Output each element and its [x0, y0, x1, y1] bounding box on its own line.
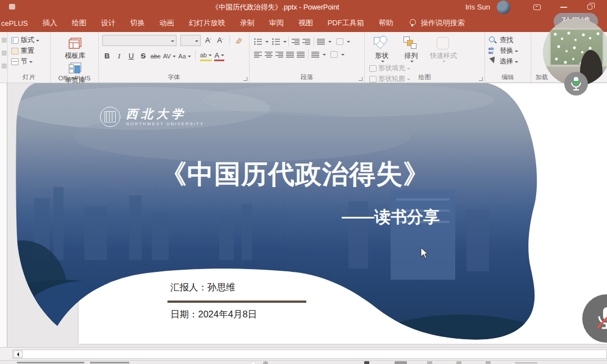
quick-access-icon[interactable] [9, 4, 15, 10]
tab-slideshow[interactable]: 幻灯片放映 [182, 14, 233, 32]
chevron-down-icon [195, 40, 198, 44]
ribbon-display-icon [533, 4, 541, 10]
chevron-down-icon [381, 61, 384, 64]
university-logo[interactable]: 西北大学 NORTHWEST UNIVERSITY [100, 107, 204, 127]
tab-view[interactable]: 视图 [291, 14, 320, 32]
university-name-en: NORTHWEST UNIVERSITY [126, 121, 204, 126]
shrink-font-button[interactable]: Aˇ [215, 35, 225, 46]
powerpoint-window: 《中国历代政治得失》.pptx - PowerPoint Iris Sun ce… [0, 0, 607, 364]
scrollbar-track[interactable] [12, 349, 607, 359]
strikethrough-button[interactable]: S [138, 51, 148, 61]
tab-record[interactable]: 录制 [233, 14, 262, 32]
view-button-fragment [456, 361, 461, 364]
align-left-icon[interactable] [254, 51, 262, 58]
chevron-down-icon [171, 40, 174, 44]
view-button-fragment [364, 361, 369, 364]
ribbon-display-options-button[interactable] [528, 2, 545, 12]
tab-help[interactable]: 帮助 [372, 14, 401, 32]
font-size-combo[interactable] [180, 35, 201, 46]
increase-indent-icon[interactable] [302, 38, 311, 45]
clipped-icon[interactable] [2, 38, 7, 43]
grow-font-button[interactable]: Aˆ [203, 35, 213, 46]
shapes-button[interactable]: 形状 [368, 35, 395, 63]
tab-pdf-toolbox[interactable]: PDF工具箱 [320, 14, 372, 32]
paragraph-dialog-launcher[interactable] [359, 77, 363, 81]
replace-button[interactable]: abac替换 [488, 46, 528, 56]
tab-review[interactable]: 审阅 [262, 14, 291, 32]
layout-button[interactable]: 版式 [11, 35, 48, 46]
mouse-cursor [420, 247, 429, 260]
decrease-indent-icon[interactable] [292, 38, 300, 45]
template-library-button[interactable]: 模板库 [65, 35, 86, 60]
muted-microphone-icon [594, 305, 607, 332]
tab-officeplus[interactable]: cePLUS [0, 14, 35, 32]
minimize-button[interactable] [555, 2, 572, 12]
select-button[interactable]: 选择 [488, 56, 528, 67]
ribbon: 版式 重置 节 灯片 模板库 [0, 32, 607, 83]
account-avatar[interactable] [497, 1, 510, 14]
group-paragraph: 段落 [250, 32, 365, 83]
chevron-down-icon [221, 54, 224, 58]
university-name-cn: 西北大学 [126, 108, 204, 120]
replace-icon: abac [488, 47, 497, 55]
find-button[interactable]: 查找 [488, 35, 528, 46]
shapes-icon [373, 36, 390, 51]
clipped-icon[interactable] [2, 51, 7, 56]
clear-formatting-button[interactable] [234, 35, 243, 46]
chevron-down-icon [407, 68, 410, 71]
font-color-button[interactable]: A [214, 51, 224, 61]
bold-button[interactable]: B [102, 51, 112, 61]
reset-button[interactable]: 重置 [11, 46, 48, 56]
slide-subtitle[interactable]: ——读书分享 [342, 206, 440, 229]
reset-icon [11, 48, 19, 54]
justify-icon[interactable] [286, 51, 295, 58]
slide-title[interactable]: 《中国历代政治得失》 [138, 157, 452, 192]
underline-button[interactable]: U [126, 51, 136, 61]
shape-fill-button[interactable]: 形状填充 [369, 63, 410, 74]
numbering-icon[interactable] [272, 38, 280, 45]
presenter-text[interactable]: 汇报人：孙思维 [170, 281, 235, 294]
restore-button[interactable] [581, 2, 598, 12]
scroll-left-button[interactable] [13, 351, 22, 358]
tell-me-search[interactable]: 操作说明搜索 [420, 14, 472, 32]
cover-photo-blob[interactable] [0, 83, 607, 347]
account-name[interactable]: Iris Sun [465, 3, 490, 11]
tab-insert[interactable]: 插入 [35, 14, 65, 32]
align-center-icon[interactable] [265, 51, 273, 58]
change-case-button[interactable]: Aa [178, 51, 191, 61]
window-title: 《中国历代政治得失》.pptx - PowerPoint [211, 3, 339, 12]
tab-transitions[interactable]: 切换 [123, 14, 152, 32]
text-highlight-button[interactable]: ab [200, 51, 212, 61]
drawing-dialog-launcher[interactable] [479, 77, 483, 81]
line-spacing-icon[interactable] [317, 38, 325, 45]
shape-fill-icon [369, 65, 377, 72]
convert-smartart-icon[interactable] [330, 51, 338, 58]
eraser-icon [235, 37, 243, 44]
group-label-officeplus: OfficePLUS [51, 75, 98, 81]
bullets-icon[interactable] [254, 38, 262, 45]
italic-button[interactable]: I [114, 51, 124, 61]
tab-draw[interactable]: 绘图 [65, 14, 94, 32]
columns-icon[interactable] [311, 51, 320, 58]
tab-animations[interactable]: 动画 [152, 14, 182, 32]
align-right-icon[interactable] [275, 51, 284, 58]
character-spacing-button[interactable]: AV [163, 51, 176, 61]
chevron-down-icon [515, 51, 518, 54]
section-button[interactable]: 节 [11, 56, 48, 67]
quick-styles-button[interactable]: 快速样式 [427, 35, 460, 63]
clipped-icon[interactable] [2, 63, 7, 69]
horizontal-scrollbar[interactable] [0, 347, 607, 360]
quick-styles-icon [435, 36, 452, 51]
group-editing: 查找 abac替换 选择 编辑 [485, 32, 531, 83]
chevron-down-icon [188, 56, 191, 59]
font-name-combo[interactable] [102, 35, 176, 46]
divider-line [167, 301, 306, 303]
font-dialog-launcher[interactable] [243, 77, 247, 81]
ribbon-tabs: cePLUS 插入 绘图 设计 切换 动画 幻灯片放映 录制 审阅 视图 PDF… [0, 14, 607, 32]
arrange-button[interactable]: 排列 [397, 35, 424, 63]
date-text[interactable]: 日期：2024年4月8日 [170, 308, 257, 321]
strikethrough-abc-button[interactable]: abc [151, 51, 161, 61]
tab-design[interactable]: 设计 [94, 14, 123, 32]
distribute-icon[interactable] [297, 51, 305, 58]
text-direction-icon[interactable] [336, 38, 343, 45]
